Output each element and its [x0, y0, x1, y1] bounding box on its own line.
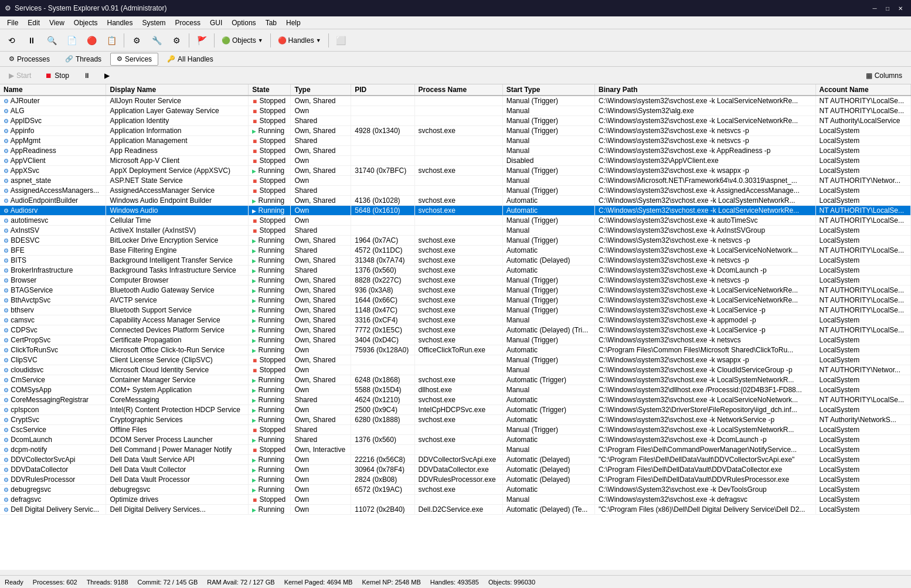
col-header-display-name[interactable]: Display Name	[106, 84, 249, 96]
handles-dropdown[interactable]: 🔴 Handles ▼	[274, 32, 325, 49]
start-button[interactable]: ▶ Start	[2, 69, 38, 83]
menu-process[interactable]: Process	[171, 18, 205, 28]
table-row[interactable]: ⚙ CertPropSvcCertificate Propagation▶ Ru…	[0, 335, 911, 345]
table-row[interactable]: ⚙ autotimesvcCellular Time⏹ StoppedOwnMa…	[0, 216, 911, 226]
table-row[interactable]: ⚙ BrowserComputer Browser▶ RunningOwn, S…	[0, 276, 911, 285]
table-row[interactable]: ⚙ defragsvcOptimize drives⏹ StoppedOwnMa…	[0, 495, 911, 505]
tab-threads[interactable]: 🔗Threads	[59, 53, 108, 66]
cell-state: ▶ Running	[249, 325, 291, 335]
pause-action-button[interactable]: ⏸	[77, 69, 97, 83]
settings-button[interactable]: ⚙	[127, 32, 146, 49]
table-row[interactable]: ⚙ DDVDataCollectorDell Data Vault Collec…	[0, 465, 911, 475]
options-button[interactable]: ⚙	[167, 32, 186, 49]
table-row[interactable]: ⚙ dcpm-notifyDell Command | Power Manage…	[0, 445, 911, 455]
menu-help[interactable]: Help	[281, 18, 305, 28]
table-row[interactable]: ⚙ ClipSVCClient License Service (ClipSVC…	[0, 355, 911, 365]
tab-all-handles[interactable]: 🔑All Handles	[161, 53, 220, 66]
titlebar: ⚙ Services - System Explorer v0.91 (Admi…	[0, 0, 911, 16]
tab-processes[interactable]: ⚙Processes	[2, 53, 56, 66]
col-header-start-type[interactable]: Start Type	[502, 84, 594, 96]
table-row[interactable]: ⚙ Dell Digital Delivery Servic...Dell Di…	[0, 505, 911, 515]
menu-file[interactable]: File	[2, 18, 23, 28]
table-row[interactable]: ⚙ BDESVCBitLocker Drive Encryption Servi…	[0, 236, 911, 246]
table-row[interactable]: ⚙ aspnet_stateASP.NET State Service⏹ Sto…	[0, 176, 911, 186]
table-row[interactable]: ⚙ AJRouterAllJoyn Router Service⏹ Stoppe…	[0, 96, 911, 106]
cell-account: LocalSystem	[815, 146, 910, 156]
table-row[interactable]: ⚙ CscServiceOffline Files⏹ StoppedShared…	[0, 425, 911, 435]
table-row[interactable]: ⚙ AppVClientMicrosoft App-V Client⏹ Stop…	[0, 156, 911, 166]
cell-process: svchost.exe	[414, 305, 502, 315]
menu-objects[interactable]: Objects	[69, 18, 103, 28]
table-row[interactable]: ⚙ COMSysAppCOM+ System Application▶ Runn…	[0, 385, 911, 395]
objects-label: Objects	[232, 36, 256, 45]
menu-system[interactable]: System	[138, 18, 171, 28]
table-row[interactable]: ⚙ BTAGServiceBluetooth Audio Gateway Ser…	[0, 285, 911, 295]
table-row[interactable]: ⚙ AudiosrvWindows Audio▶ RunningOwn5648 …	[0, 206, 911, 216]
stop-action-button[interactable]: ⏹ Stop	[39, 69, 76, 83]
maximize-button[interactable]: □	[882, 2, 893, 14]
menu-edit[interactable]: Edit	[23, 18, 45, 28]
columns-button[interactable]: ▦ Columns	[859, 69, 909, 83]
table-row[interactable]: ⚙ ALGApplication Layer Gateway Service⏹ …	[0, 106, 911, 116]
table-row[interactable]: ⚙ DDVRulesProcessorDell Data Vault Proce…	[0, 475, 911, 485]
table-row[interactable]: ⚙ AssignedAccessManagers...AssignedAcces…	[0, 186, 911, 196]
col-header-pid[interactable]: PID	[351, 84, 414, 96]
table-row[interactable]: ⚙ DDVCollectorSvcApiDell Data Vault Serv…	[0, 455, 911, 465]
new-button[interactable]: 📄	[62, 32, 81, 49]
cell-type: Own, Shared	[291, 256, 351, 266]
table-row[interactable]: ⚙ ClickToRunSvcMicrosoft Office Click-to…	[0, 345, 911, 355]
cell-display: Offline Files	[106, 425, 249, 435]
table-row[interactable]: ⚙ DcomLaunchDCOM Server Process Launcher…	[0, 435, 911, 445]
table-row[interactable]: ⚙ CDPSvcConnected Devices Platform Servi…	[0, 325, 911, 335]
save-button[interactable]: 📋	[102, 32, 121, 49]
table-row[interactable]: ⚙ BthAvctpSvcAVCTP service▶ RunningOwn, …	[0, 295, 911, 305]
stop-button[interactable]: 🔴	[82, 32, 101, 49]
menu-gui[interactable]: GUI	[205, 18, 227, 28]
table-row[interactable]: ⚙ AudioEndpointBuilderWindows Audio Endp…	[0, 196, 911, 206]
objects-dropdown[interactable]: 🟢 Objects ▼	[217, 32, 267, 49]
col-header-name[interactable]: Name	[0, 84, 106, 96]
table-row[interactable]: ⚙ cloudidsvcMicrosoft Cloud Identity Ser…	[0, 365, 911, 375]
minimize-button[interactable]: ─	[869, 2, 881, 14]
table-row[interactable]: ⚙ AxInstSVActiveX Installer (AxInstSV)⏹ …	[0, 226, 911, 236]
table-row[interactable]: ⚙ camsvcCapability Access Manager Servic…	[0, 315, 911, 325]
cell-display: Application Information	[106, 126, 249, 136]
flag-button[interactable]: 🚩	[192, 32, 211, 49]
table-row[interactable]: ⚙ BrokerInfrastructureBackground Tasks I…	[0, 266, 911, 276]
col-header-process-name[interactable]: Process Name	[414, 84, 502, 96]
find-button[interactable]: 🔍	[42, 32, 61, 49]
cell-type: Own, Shared	[291, 375, 351, 385]
col-header-binary-path[interactable]: Binary Path	[594, 84, 815, 96]
table-row[interactable]: ⚙ AppinfoApplication Information▶ Runnin…	[0, 126, 911, 136]
table-row[interactable]: ⚙ AppXSvcAppX Deployment Service (AppXSV…	[0, 166, 911, 176]
menu-view[interactable]: View	[45, 18, 69, 28]
table-row[interactable]: ⚙ BITSBackground Intelligent Transfer Se…	[0, 256, 911, 266]
table-row[interactable]: ⚙ AppReadinessApp Readiness⏹ StoppedOwn,…	[0, 146, 911, 156]
table-row[interactable]: ⚙ CmServiceContainer Manager Service▶ Ru…	[0, 375, 911, 385]
menu-options[interactable]: Options	[227, 18, 260, 28]
pause-button[interactable]: ⏸	[22, 32, 41, 49]
cell-name: ⚙ BrokerInfrastructure	[0, 266, 106, 276]
table-row[interactable]: ⚙ CoreMessagingRegistrarCoreMessaging▶ R…	[0, 395, 911, 405]
cell-starttype: Automatic	[502, 395, 594, 405]
col-header-type[interactable]: Type	[291, 84, 351, 96]
tab-services[interactable]: ⚙Services	[110, 53, 158, 66]
menu-tab[interactable]: Tab	[261, 18, 281, 28]
window-button[interactable]: ⬜	[332, 32, 351, 49]
tools-button[interactable]: 🔧	[147, 32, 166, 49]
table-row[interactable]: ⚙ AppIDSvcApplication Identity⏹ StoppedS…	[0, 116, 911, 126]
table-row[interactable]: ⚙ BFEBase Filtering Engine▶ RunningShare…	[0, 246, 911, 256]
titlebar-controls[interactable]: ─ □ ✕	[869, 2, 906, 14]
table-row[interactable]: ⚙ CryptSvcCryptographic Services▶ Runnin…	[0, 415, 911, 425]
table-row[interactable]: ⚙ bthservBluetooth Support Service▶ Runn…	[0, 305, 911, 315]
col-header-state[interactable]: State	[249, 84, 291, 96]
table-row[interactable]: ⚙ AppMgmtApplication Management⏹ Stopped…	[0, 136, 911, 146]
close-button[interactable]: ✕	[895, 2, 906, 14]
refresh-button[interactable]: ⟲	[2, 32, 21, 49]
col-header-account-name[interactable]: Account Name	[815, 84, 910, 96]
menu-handles[interactable]: Handles	[103, 18, 138, 28]
resume-action-button[interactable]: ▶	[98, 69, 116, 83]
table-row[interactable]: ⚙ cpIspconIntel(R) Content Protection HD…	[0, 405, 911, 415]
cell-binary: "C:\Program Files (x86)\Dell\Dell Digita…	[594, 505, 815, 515]
table-row[interactable]: ⚙ debugregsvcdebugregsvc▶ RunningOwn6572…	[0, 485, 911, 495]
